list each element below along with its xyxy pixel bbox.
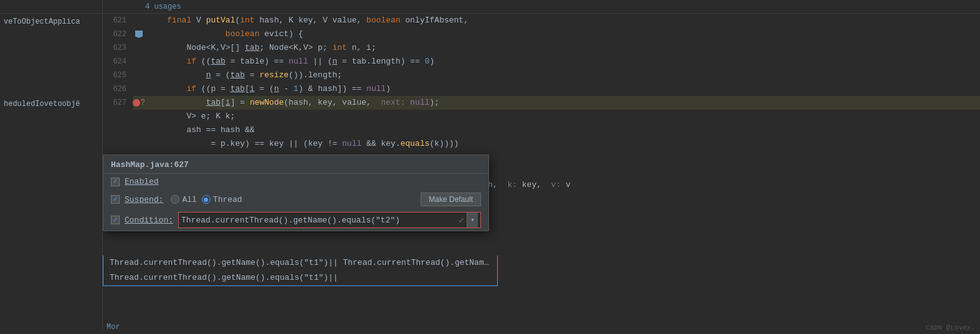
- code-editor: 4 usages 621 final V putVal(int hash, K …: [103, 0, 980, 334]
- code-line-lower-3: = p.key) == key || (key != null && key.e…: [103, 137, 980, 151]
- code-text-625: n = (tab = resize()).length;: [145, 69, 980, 82]
- sidebar-item-3[interactable]: [0, 41, 102, 55]
- suspend-label: Suspend:: [125, 195, 163, 204]
- condition-checkbox[interactable]: [111, 216, 120, 224]
- enabled-label[interactable]: Enabled: [125, 177, 159, 186]
- null1: null: [288, 57, 308, 66]
- usages-text: 4 usages: [145, 2, 181, 11]
- code-line-627: 627 ? tab[i] = newNode(hash, key, value,…: [103, 96, 980, 110]
- code-line-lower-2: ash == hash &&: [103, 123, 980, 137]
- breakpoint-icon[interactable]: [133, 99, 140, 107]
- fn-newnode: newNode: [250, 98, 284, 107]
- code-line-622: 622 boolean evict) {: [103, 27, 980, 41]
- fn-resize: resize: [259, 70, 288, 80]
- hint-v: v:: [551, 180, 561, 189]
- autocomplete-item-2[interactable]: Thread.currentThread().getName().equals(…: [103, 270, 497, 285]
- code-text-lower-1: V> e; K k;: [145, 110, 980, 123]
- code-text-627: tab[i] = newNode(hash, key, value, next:…: [145, 96, 980, 110]
- bp-condition-row: Condition: ⤢ ▾: [103, 209, 488, 231]
- sidebar-item-2[interactable]: [0, 27, 102, 41]
- line-num-lower-3: [103, 137, 133, 151]
- kw-int1: int: [240, 16, 254, 25]
- sidebar-item-7[interactable]: heduledIovetoobjë: [0, 96, 102, 110]
- line-num-621: 621: [103, 14, 133, 27]
- gutter-627[interactable]: ?: [133, 96, 145, 110]
- sidebar-panel: veToObjectApplica heduledIovetoobjë: [0, 0, 103, 334]
- code-line-lower-1: V> e; K k;: [103, 110, 980, 123]
- hint-k: k:: [507, 180, 517, 189]
- more-label: Mor: [103, 320, 124, 334]
- autocomplete-dropdown: Thread.currentThread().getName().equals(…: [103, 255, 498, 286]
- line-num-624: 624: [103, 55, 133, 69]
- gutter-623: [133, 41, 145, 55]
- fn-equals: equals: [401, 139, 430, 148]
- gutter-626: [133, 82, 145, 96]
- usages-bar: 4 usages: [103, 0, 980, 14]
- kw-int2: int: [332, 43, 346, 52]
- bp-title: HashMap.java:627: [103, 155, 488, 174]
- kw-final: final: [167, 16, 191, 25]
- radio-thread[interactable]: Thread: [202, 195, 242, 204]
- gutter-621: [133, 14, 145, 27]
- gutter-625: [133, 69, 145, 82]
- suspend-radio-group: All Thread: [171, 195, 242, 204]
- kw-bool2: boolean: [226, 29, 260, 39]
- kw-if2: if: [186, 84, 196, 93]
- condition-label: Condition:: [125, 216, 173, 225]
- gutter-lower-1: [133, 110, 145, 123]
- sidebar-top: [0, 0, 102, 14]
- sidebar-item-1[interactable]: veToObjectApplica: [0, 14, 102, 27]
- gutter-624: [133, 55, 145, 69]
- gutter-lower-2: [133, 123, 145, 137]
- condition-input-wrap: ⤢ ▾: [178, 212, 481, 228]
- dropdown-arrow[interactable]: ▾: [467, 212, 478, 227]
- radio-all-label: All: [182, 195, 196, 204]
- bookmark-icon: [135, 31, 143, 38]
- num0: 0: [425, 57, 430, 66]
- breakpoint-panel: HashMap.java:627 Enabled Suspend: All Th…: [103, 155, 489, 231]
- enabled-checkbox[interactable]: [111, 178, 120, 186]
- line-num-625: 625: [103, 69, 133, 82]
- code-line-626: 626 if ((p = tab[i = (n - 1) & hash]) ==…: [103, 82, 980, 96]
- bp-suspend-row: Suspend: All Thread Make Default: [103, 189, 488, 209]
- hint-next: next:: [381, 98, 406, 107]
- code-line-624: 624 if ((tab = table) == null || (n = ta…: [103, 55, 980, 69]
- code-text-624: if ((tab = table) == null || (n = tab.le…: [145, 55, 980, 69]
- kw-bool1: boolean: [366, 16, 401, 25]
- null2: null: [366, 84, 386, 93]
- watermark: CSDN @Lovex.: [926, 324, 975, 332]
- radio-thread-circle[interactable]: [202, 195, 211, 204]
- sidebar-item-6[interactable]: [0, 82, 102, 96]
- code-text-lower-3: = p.key) == key || (key != null && key.e…: [145, 137, 980, 151]
- null4: null: [342, 139, 361, 148]
- code-line-621: 621 final V putVal(int hash, K key, V va…: [103, 14, 980, 27]
- sidebar-item-5[interactable]: [0, 69, 102, 82]
- condition-input[interactable]: [181, 216, 456, 225]
- make-default-button[interactable]: Make Default: [421, 193, 481, 206]
- code-line-625: 625 n = (tab = resize()).length;: [103, 69, 980, 82]
- line-num-623: 623: [103, 41, 133, 55]
- breakpoint-question: ?: [141, 96, 145, 110]
- expand-icon[interactable]: ⤢: [459, 216, 464, 224]
- sidebar-item-4[interactable]: [0, 55, 102, 69]
- line-num-627: 627: [103, 96, 133, 110]
- radio-all-circle[interactable]: [171, 195, 179, 204]
- bp-enabled-row: Enabled: [103, 174, 488, 189]
- radio-all[interactable]: All: [171, 195, 196, 204]
- autocomplete-item-1[interactable]: Thread.currentThread().getName().equals(…: [103, 255, 497, 270]
- gutter-lower-3: [133, 137, 145, 151]
- line-num-622: 622: [103, 27, 133, 41]
- gutter-622: [133, 27, 145, 41]
- code-text-623: Node<K,V>[] tab; Node<K,V> p; int n, i;: [145, 41, 980, 55]
- line-num-626: 626: [103, 82, 133, 96]
- num1: 1: [293, 84, 298, 93]
- code-text-lower-2: ash == hash &&: [145, 123, 980, 137]
- code-text-622: boolean evict) {: [145, 27, 980, 41]
- line-num-lower-1: [103, 110, 133, 123]
- fn-putval: putVal: [206, 16, 235, 25]
- code-line-623: 623 Node<K,V>[] tab; Node<K,V> p; int n,…: [103, 41, 980, 55]
- code-text-626: if ((p = tab[i = (n - 1) & hash]) == nul…: [145, 82, 980, 96]
- kw-if1: if: [186, 57, 196, 66]
- suspend-checkbox[interactable]: [111, 195, 120, 204]
- null3: null: [410, 98, 429, 107]
